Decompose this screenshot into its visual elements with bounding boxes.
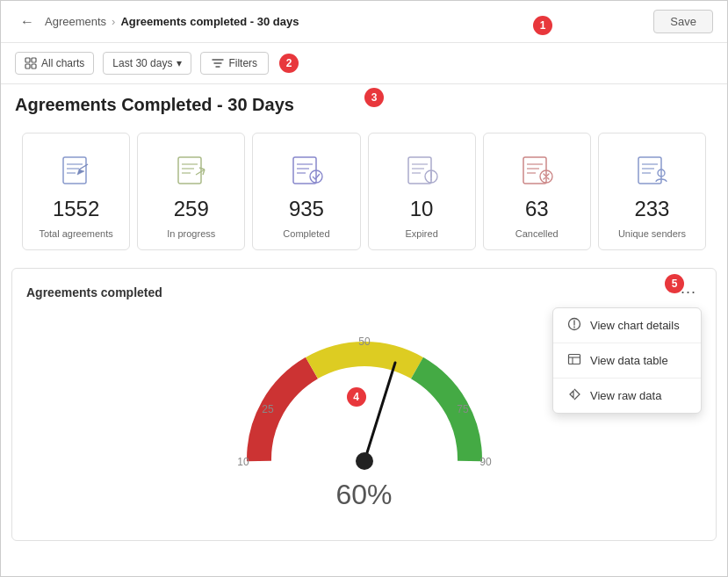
stat-card-total: 1552 Total agreements <box>22 133 130 250</box>
stat-label-expired: Expired <box>405 228 437 239</box>
svg-point-38 <box>356 452 373 470</box>
svg-rect-0 <box>25 58 30 62</box>
chevron-down-icon: ▾ <box>177 57 182 69</box>
expired-icon <box>400 148 443 190</box>
stat-value-senders: 233 <box>634 197 669 221</box>
stat-card-inprogress: 259 In progress <box>137 133 245 250</box>
progress-icon <box>170 148 213 190</box>
stat-label-total: Total agreements <box>39 228 112 239</box>
svg-rect-1 <box>32 58 36 62</box>
annotation-5: 5 <box>665 274 684 293</box>
view-raw-data-label: View raw data <box>590 389 661 402</box>
svg-rect-22 <box>523 157 546 184</box>
svg-line-37 <box>364 363 395 461</box>
date-range-label: Last 30 days <box>112 57 172 69</box>
view-chart-details-item[interactable]: View chart details <box>553 308 701 343</box>
date-range-dropdown[interactable]: Last 30 days ▾ <box>103 52 191 75</box>
annotation-3: 3 <box>364 88 384 107</box>
stat-value-cancelled: 63 <box>525 197 549 221</box>
breadcrumb: ← Agreements › Agreements completed - 30… <box>15 12 299 32</box>
view-raw-data-item[interactable]: View raw data <box>553 378 701 413</box>
svg-rect-3 <box>32 64 36 69</box>
svg-rect-40 <box>569 355 580 364</box>
svg-text:90: 90 <box>479 456 492 468</box>
header: ← Agreements › Agreements completed - 30… <box>1 1 727 43</box>
chart-section: Agreements completed ··· 10 25 50 75 <box>11 268 717 541</box>
svg-text:10: 10 <box>237 456 249 468</box>
breadcrumb-current: Agreements completed - 30 days <box>120 15 299 28</box>
toolbar: All charts Last 30 days ▾ Filters 2 <box>1 43 727 84</box>
stat-value-completed: 935 <box>289 197 324 221</box>
stat-card-completed: 935 Completed <box>252 133 360 250</box>
breadcrumb-parent: Agreements <box>45 15 106 28</box>
svg-text:75: 75 <box>457 403 469 415</box>
svg-rect-8 <box>178 157 201 184</box>
stat-value-total: 1552 <box>53 197 99 221</box>
completed-icon <box>285 148 328 190</box>
view-chart-details-label: View chart details <box>590 319 680 332</box>
svg-text:50: 50 <box>358 335 371 348</box>
chart-title: Agreements completed <box>26 285 162 299</box>
annotation-1: 1 <box>533 16 552 35</box>
grid-icon <box>25 57 37 69</box>
data-table-icon <box>567 352 581 369</box>
stat-label-senders: Unique senders <box>618 228 686 239</box>
stat-value-expired: 10 <box>410 197 434 221</box>
chart-details-icon <box>567 317 581 334</box>
stat-label-completed: Completed <box>283 228 329 239</box>
cancelled-icon <box>515 148 558 190</box>
filters-button[interactable]: Filters <box>200 52 269 75</box>
raw-data-icon <box>567 387 581 404</box>
stats-row: 1552 Total agreements 259 In progress <box>8 122 720 261</box>
annotation-4: 4 <box>347 387 366 407</box>
senders-icon <box>631 148 673 190</box>
back-button[interactable]: ← <box>15 12 40 32</box>
filter-icon <box>212 57 224 69</box>
gauge-percent: 60% <box>335 479 392 511</box>
stat-label-inprogress: In progress <box>167 228 215 239</box>
annotation-2: 2 <box>279 54 299 73</box>
dropdown-menu: View chart details View data table View … <box>552 307 702 414</box>
svg-rect-17 <box>408 157 431 184</box>
all-charts-button[interactable]: All charts <box>15 52 94 75</box>
save-button[interactable]: Save <box>653 10 713 33</box>
chart-header: Agreements completed ··· <box>26 281 702 303</box>
send-icon <box>55 148 97 190</box>
svg-text:25: 25 <box>262 403 274 415</box>
filters-label: Filters <box>228 57 257 69</box>
all-charts-label: All charts <box>41 57 84 69</box>
view-data-table-label: View data table <box>590 354 668 367</box>
svg-rect-2 <box>25 64 30 69</box>
stat-card-cancelled: 63 Cancelled <box>483 133 591 250</box>
svg-rect-12 <box>293 157 316 184</box>
stat-card-expired: 10 Expired <box>368 133 476 250</box>
stat-value-inprogress: 259 <box>174 197 209 221</box>
view-data-table-item[interactable]: View data table <box>553 343 701 378</box>
svg-rect-4 <box>63 157 86 184</box>
stat-card-senders: 233 Unique senders <box>598 133 706 250</box>
stat-label-cancelled: Cancelled <box>515 228 559 239</box>
breadcrumb-separator: › <box>112 15 115 28</box>
